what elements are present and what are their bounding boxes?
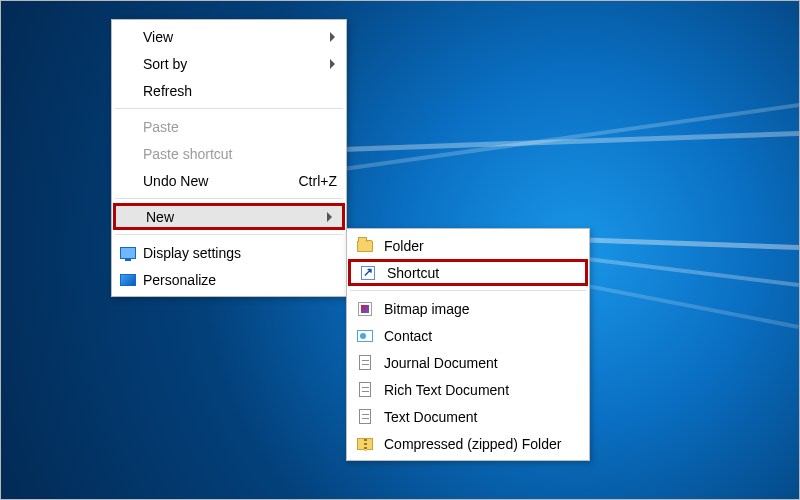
menu-item-label: Paste shortcut xyxy=(143,146,337,162)
personalize-icon xyxy=(119,272,137,288)
menu-item-sort-by[interactable]: Sort by xyxy=(113,50,345,77)
menu-item-label: Paste xyxy=(143,119,337,135)
menu-item-label: New xyxy=(146,209,334,225)
submenu-item-bitmap[interactable]: Bitmap image xyxy=(348,295,588,322)
zip-folder-icon xyxy=(356,436,374,452)
document-icon xyxy=(356,409,374,425)
submenu-item-shortcut[interactable]: Shortcut xyxy=(348,259,588,286)
monitor-icon xyxy=(119,245,137,261)
menu-item-refresh[interactable]: Refresh xyxy=(113,77,345,104)
folder-icon xyxy=(356,238,374,254)
desktop-context-menu: View Sort by Refresh Paste Paste shortcu… xyxy=(111,19,347,297)
menu-item-label: Undo New xyxy=(143,173,287,189)
submenu-item-journal[interactable]: Journal Document xyxy=(348,349,588,376)
chevron-right-icon xyxy=(330,32,335,42)
menu-item-label: Refresh xyxy=(143,83,337,99)
chevron-right-icon xyxy=(330,59,335,69)
menu-item-undo[interactable]: Undo New Ctrl+Z xyxy=(113,167,345,194)
menu-item-label: Journal Document xyxy=(384,355,580,371)
menu-separator xyxy=(115,108,343,109)
bitmap-icon xyxy=(356,301,374,317)
menu-item-label: Personalize xyxy=(143,272,337,288)
menu-item-label: Shortcut xyxy=(387,265,577,281)
menu-item-display-settings[interactable]: Display settings xyxy=(113,239,345,266)
menu-separator xyxy=(115,198,343,199)
shortcut-icon xyxy=(359,265,377,281)
accelerator-text: Ctrl+Z xyxy=(299,173,338,189)
menu-item-label: Folder xyxy=(384,238,580,254)
menu-item-paste: Paste xyxy=(113,113,345,140)
submenu-item-contact[interactable]: Contact xyxy=(348,322,588,349)
contact-icon xyxy=(356,328,374,344)
chevron-right-icon xyxy=(327,212,332,222)
submenu-item-text[interactable]: Text Document xyxy=(348,403,588,430)
submenu-item-zip[interactable]: Compressed (zipped) Folder xyxy=(348,430,588,457)
menu-item-paste-shortcut: Paste shortcut xyxy=(113,140,345,167)
menu-item-view[interactable]: View xyxy=(113,23,345,50)
menu-item-label: Compressed (zipped) Folder xyxy=(384,436,580,452)
menu-item-label: Bitmap image xyxy=(384,301,580,317)
menu-separator xyxy=(115,234,343,235)
menu-item-label: Sort by xyxy=(143,56,337,72)
submenu-item-folder[interactable]: Folder xyxy=(348,232,588,259)
menu-item-label: Display settings xyxy=(143,245,337,261)
document-icon xyxy=(356,382,374,398)
menu-item-personalize[interactable]: Personalize xyxy=(113,266,345,293)
menu-separator xyxy=(350,290,586,291)
submenu-item-rtf[interactable]: Rich Text Document xyxy=(348,376,588,403)
menu-item-label: Text Document xyxy=(384,409,580,425)
menu-item-new[interactable]: New xyxy=(113,203,345,230)
document-icon xyxy=(356,355,374,371)
menu-item-label: View xyxy=(143,29,337,45)
menu-item-label: Rich Text Document xyxy=(384,382,580,398)
new-submenu: Folder Shortcut Bitmap image Contact Jou… xyxy=(346,228,590,461)
menu-item-label: Contact xyxy=(384,328,580,344)
desktop-light-ray xyxy=(279,131,799,154)
